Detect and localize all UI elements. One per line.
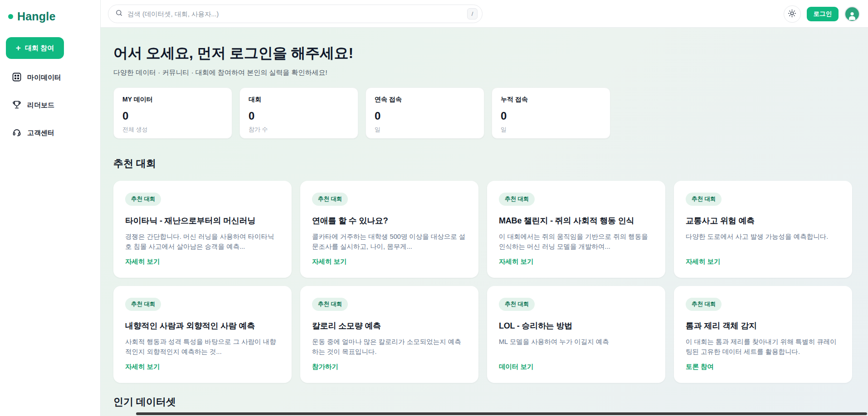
competition-link[interactable]: 자세히 보기: [125, 257, 160, 266]
competition-title: MABe 챌린지 - 쥐의 사회적 행동 인식: [499, 215, 634, 226]
stat-card: 누적 접속 0 일: [492, 87, 610, 139]
stat-card: 대회 0 참가 수: [239, 87, 358, 139]
search-icon: [115, 9, 123, 19]
recommended-badge: 추천 대회: [125, 298, 161, 311]
topbar-right: 로그인: [784, 0, 860, 28]
grid-icon: [12, 73, 21, 83]
search-shortcut-badge: /: [467, 8, 478, 19]
competition-description: ML 모델을 사용하여 누가 이길지 예측: [499, 337, 609, 347]
competition-title: 내향적인 사람과 외향적인 사람 예측: [125, 320, 255, 331]
competition-card[interactable]: 추천 대회 톰과 제리 객체 감지 이 대회는 톰과 제리를 찾아내기 위해 특…: [674, 286, 852, 383]
stat-value: 0: [501, 110, 601, 122]
page-subtitle: 다양한 데이터 · 커뮤니티 · 대회에 참여하여 본인의 실력을 확인하세요!: [113, 68, 855, 77]
competition-title: 타이타닉 - 재난으로부터의 머신러닝: [125, 215, 255, 226]
join-competition-label: 대회 참여: [25, 44, 54, 53]
sidebar-item-leaderboard[interactable]: 리더보드: [0, 96, 100, 115]
stat-card: MY 데이터 0 전체 생성: [113, 87, 232, 139]
competition-description: 콜카타에 거주하는 대학생 500명 이상을 대상으로 설문조사를 실시하고, …: [312, 232, 467, 252]
stat-label: 대회: [249, 96, 349, 104]
competition-link[interactable]: 자세히 보기: [125, 363, 160, 371]
competition-card[interactable]: 추천 대회 칼로리 소모량 예측 운동 중에 얼마나 많은 칼로리가 소모되었는…: [300, 286, 478, 383]
stat-value: 0: [375, 110, 475, 122]
join-competition-button[interactable]: + 대회 참여: [6, 37, 64, 59]
headset-icon: [12, 128, 21, 138]
competition-link[interactable]: 자세히 보기: [312, 257, 347, 266]
sidebar-item-label: 고객센터: [27, 129, 54, 137]
competition-title: 연애를 할 수 있나요?: [312, 215, 388, 226]
recommended-badge: 추천 대회: [499, 298, 535, 311]
competition-card[interactable]: 추천 대회 교통사고 위험 예측 다양한 도로에서 사고 발생 가능성을 예측합…: [674, 181, 852, 278]
stat-label: 누적 접속: [501, 96, 601, 104]
sidebar-item-mydata[interactable]: 마이데이터: [0, 68, 100, 87]
recommended-badge: 추천 대회: [686, 193, 722, 206]
competition-title: 칼로리 소모량 예측: [312, 320, 381, 331]
competition-description: 경쟁은 간단합니다. 머신 러닝을 사용하여 타이타닉호 침몰 사고에서 살아남…: [125, 232, 280, 252]
sun-icon: [788, 9, 796, 19]
competition-card[interactable]: 추천 대회 연애를 할 수 있나요? 콜카타에 거주하는 대학생 500명 이상…: [300, 181, 478, 278]
recommended-badge: 추천 대회: [686, 298, 722, 311]
sidebar-item-support[interactable]: 고객센터: [0, 123, 100, 143]
competition-link[interactable]: 자세히 보기: [499, 257, 534, 266]
competition-link[interactable]: 데이터 보기: [499, 363, 534, 371]
recommended-badge: 추천 대회: [499, 193, 535, 206]
competitions-row-2: 추천 대회 내향적인 사람과 외향적인 사람 예측 사회적 행동과 성격 특성을…: [113, 286, 855, 383]
topbar: / 로그인: [101, 0, 868, 28]
login-button[interactable]: 로그인: [807, 7, 839, 21]
section-title-datasets: 인기 데이터셋: [113, 395, 855, 409]
plus-icon: +: [16, 44, 21, 52]
stat-caption: 참가 수: [249, 126, 349, 134]
section-title-recommended: 추천 대회: [113, 157, 855, 170]
sidebar: Hangle + 대회 참여 마이데이터 리더보드 고객센터: [0, 0, 101, 416]
search-bar[interactable]: /: [108, 5, 483, 23]
stat-value: 0: [122, 110, 223, 122]
competition-description: 운동 중에 얼마나 많은 칼로리가 소모되었는지 예측하는 것이 목표입니다.: [312, 337, 467, 357]
stat-label: MY 데이터: [122, 96, 223, 104]
competition-card[interactable]: 추천 대회 타이타닉 - 재난으로부터의 머신러닝 경쟁은 간단합니다. 머신 …: [113, 181, 292, 278]
app-logo[interactable]: Hangle: [0, 0, 100, 23]
sidebar-item-label: 마이데이터: [27, 73, 61, 82]
recommended-badge: 추천 대회: [125, 193, 161, 206]
logo-dot-icon: [8, 14, 13, 19]
stat-caption: 일: [375, 126, 475, 134]
competition-card[interactable]: 추천 대회 MABe 챌린지 - 쥐의 사회적 행동 인식 이 대회에서는 쥐의…: [487, 181, 665, 278]
competitions-row-1: 추천 대회 타이타닉 - 재난으로부터의 머신러닝 경쟁은 간단합니다. 머신 …: [113, 181, 855, 278]
stats-row: MY 데이터 0 전체 생성 대회 0 참가 수 연속 접속 0 일 누적 접속…: [113, 87, 855, 139]
stat-caption: 전체 생성: [122, 126, 223, 134]
sidebar-item-label: 리더보드: [27, 101, 54, 110]
theme-toggle-button[interactable]: [784, 5, 801, 23]
competition-link[interactable]: 참가하기: [312, 363, 338, 371]
search-input[interactable]: [127, 10, 467, 18]
stat-caption: 일: [501, 126, 601, 134]
competition-link[interactable]: 토론 참여: [686, 363, 714, 371]
horizontal-scrollbar[interactable]: [136, 412, 867, 415]
competition-card[interactable]: 추천 대회 LOL - 승리하는 방법 ML 모델을 사용하여 누가 이길지 예…: [487, 286, 665, 383]
competition-link[interactable]: 자세히 보기: [686, 257, 721, 266]
competition-description: 사회적 행동과 성격 특성을 바탕으로 그 사람이 내향적인지 외향적인지 예측…: [125, 337, 280, 357]
app-logo-text: Hangle: [17, 10, 56, 23]
page-title: 어서 오세요, 먼저 로그인을 해주세요!: [113, 44, 855, 63]
trophy-icon: [12, 100, 21, 111]
user-avatar[interactable]: [844, 6, 860, 22]
main-content: 어서 오세요, 먼저 로그인을 해주세요! 다양한 데이터 · 커뮤니티 · 대…: [101, 28, 868, 416]
competition-title: LOL - 승리하는 방법: [499, 320, 572, 331]
competition-description: 이 대회는 톰과 제리를 찾아내기 위해 특별히 큐레이팅된 고유한 데이터 세…: [686, 337, 840, 357]
stat-label: 연속 접속: [375, 96, 475, 104]
competition-title: 톰과 제리 객체 감지: [686, 320, 757, 331]
competition-description: 이 대회에서는 쥐의 움직임을 기반으로 쥐의 행동을 인식하는 머신 러닝 모…: [499, 232, 653, 252]
competition-card[interactable]: 추천 대회 내향적인 사람과 외향적인 사람 예측 사회적 행동과 성격 특성을…: [113, 286, 292, 383]
stat-card: 연속 접속 0 일: [366, 87, 484, 139]
recommended-badge: 추천 대회: [312, 298, 348, 311]
stat-value: 0: [249, 110, 349, 122]
recommended-badge: 추천 대회: [312, 193, 348, 206]
sidebar-nav: 마이데이터 리더보드 고객센터: [0, 68, 100, 151]
competition-description: 다양한 도로에서 사고 발생 가능성을 예측합니다.: [686, 232, 828, 242]
competition-title: 교통사고 위험 예측: [686, 215, 755, 226]
